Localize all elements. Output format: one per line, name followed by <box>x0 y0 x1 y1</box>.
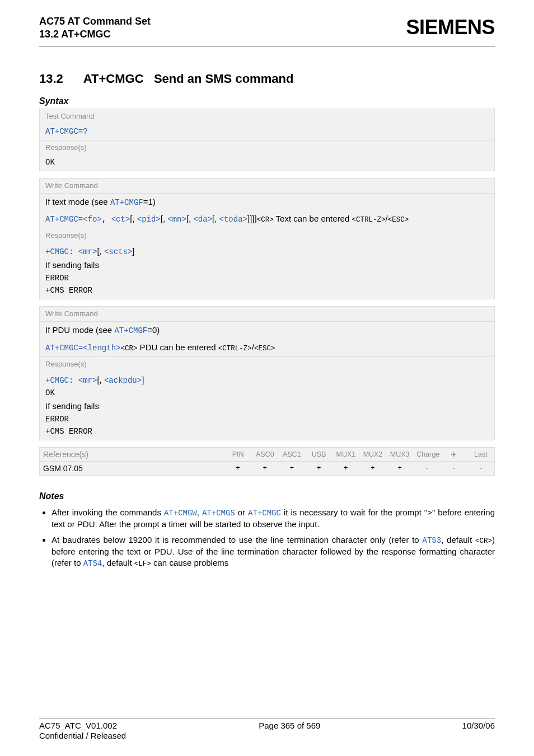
col-asc1: ASC1 <box>278 448 305 462</box>
box2-resp-prefix: +CMGC: <box>45 247 78 256</box>
link-atcmgc[interactable]: AT+CMGC <box>248 509 281 518</box>
n1-sep1: , <box>197 508 202 517</box>
ref-label: Reference(s) <box>40 448 224 462</box>
section-title-text: AT+CMGC Send an SMS command <box>83 72 294 86</box>
box1-response-label: Response(s) <box>40 140 494 155</box>
box3-fails: If sending fails <box>45 401 99 411</box>
brand-logo: SIEMENS <box>406 16 495 39</box>
link-atcmgs[interactable]: AT+CMGS <box>202 509 235 518</box>
cr-token-2: <CR> <box>120 345 137 353</box>
val-asc1: + <box>278 462 305 476</box>
n2-mid1: , default <box>441 535 475 544</box>
link-atcmgf-2[interactable]: AT+CMGF <box>114 326 147 335</box>
footer-left: AC75_ATC_V01.002 <box>39 721 117 730</box>
notes-list: After invoking the commands AT+CMGW, AT+… <box>39 507 495 569</box>
n2-cr: <CR> <box>475 537 492 545</box>
param-mr[interactable]: <mr> <box>78 247 97 256</box>
note-2: At baudrates below 19200 it is recommend… <box>51 534 495 569</box>
param-ct[interactable]: <ct> <box>111 215 130 224</box>
section-number: 13.2 <box>39 72 63 86</box>
val-mux3: + <box>386 462 413 476</box>
box3-pducan: PDU can be entered <box>137 342 218 352</box>
notes-label: Notes <box>39 491 495 501</box>
page-footer: AC75_ATC_V01.002 Page 365 of 569 10/30/0… <box>39 718 495 740</box>
val-mux2: + <box>359 462 386 476</box>
link-ats4[interactable]: ATS4 <box>83 559 102 568</box>
ref-value: GSM 07.05 <box>40 462 224 476</box>
col-usb: USB <box>306 448 332 462</box>
doc-title: AC75 AT Command Set <box>39 16 151 27</box>
header-divider <box>39 46 495 47</box>
ref-value-row: GSM 07.05 + + + + + + + - - - <box>40 462 494 476</box>
footer-right: 10/30/06 <box>462 721 495 730</box>
col-mux3: MUX3 <box>386 448 413 462</box>
footer-center: Page 365 of 569 <box>117 721 462 730</box>
param-mr-2[interactable]: <mr> <box>78 376 97 385</box>
box3-subhead: Write Command <box>40 307 494 322</box>
val-usb: + <box>306 462 332 476</box>
param-fo[interactable]: <fo> <box>83 215 102 224</box>
box2-response-label: Response(s) <box>40 228 494 243</box>
box3-if-prefix: If PDU mode (see <box>45 325 114 335</box>
box2-if-suffix: =1) <box>143 197 156 206</box>
cr-token: <CR> <box>257 216 274 224</box>
ctrlz-token: <CTRL-Z> <box>352 216 385 224</box>
page: AC75 AT Command Set 13.2 AT+CMGC SIEMENS… <box>0 0 534 756</box>
box2-if-line: If text mode (see AT+CMGF=1) <box>40 194 494 211</box>
box1-ok: OK <box>40 155 494 171</box>
param-toda[interactable]: <toda> <box>219 215 247 224</box>
param-pid[interactable]: <pid> <box>137 215 161 224</box>
col-mux1: MUX1 <box>332 448 359 462</box>
write-command-text-box: Write Command If text mode (see AT+CMGF=… <box>39 178 495 299</box>
link-atcmgw[interactable]: AT+CMGW <box>164 509 197 518</box>
esc-token-2: <ESC> <box>254 345 275 353</box>
link-ats3[interactable]: ATS3 <box>423 536 442 545</box>
footer-sub: Confidential / Released <box>39 731 495 740</box>
param-mn[interactable]: <mn> <box>167 215 186 224</box>
param-length[interactable]: <length> <box>83 344 120 353</box>
box3-if-suffix: =0) <box>147 325 160 335</box>
box2-fails: If sending fails <box>45 260 99 270</box>
param-scts[interactable]: <scts> <box>104 247 132 256</box>
val-pin: + <box>224 462 251 476</box>
page-header: AC75 AT Command Set 13.2 AT+CMGC SIEMENS <box>39 16 495 40</box>
n2-pre: At baudrates below 19200 it is recommend… <box>51 535 423 544</box>
box2-textcan: Text can be entered <box>274 214 352 223</box>
param-ackpdu[interactable]: <ackpdu> <box>104 376 142 385</box>
section-heading: 13.2 AT+CMGC Send an SMS command <box>39 72 495 86</box>
box2-error: ERROR <box>45 274 69 283</box>
esc-token: <ESC> <box>388 216 409 224</box>
box2-subhead: Write Command <box>40 179 494 194</box>
col-pin: PIN <box>224 448 251 462</box>
section-cmd: AT+CMGC <box>83 72 144 86</box>
n2-mid3: , default <box>102 558 134 567</box>
box3-ok: OK <box>45 388 55 397</box>
val-last: - <box>467 462 494 476</box>
doc-subtitle: 13.2 AT+CMGC <box>39 29 151 40</box>
footer-row: AC75_ATC_V01.002 Page 365 of 569 10/30/0… <box>39 721 495 730</box>
link-atcmgf[interactable]: AT+CMGF <box>110 198 143 207</box>
param-da[interactable]: <da> <box>193 215 212 224</box>
n1-pre: After invoking the commands <box>51 508 164 517</box>
col-charge: Charge <box>413 448 440 462</box>
col-airplane-icon: ✈ <box>441 448 467 462</box>
box2-cmd-line: AT+CMGC=<fo>, <ct>[, <pid>[, <mn>[, <da>… <box>40 210 494 228</box>
col-mux2: MUX2 <box>359 448 386 462</box>
box2-response-body: +CMGC: <mr>[, <scts>] If sending fails E… <box>40 243 494 299</box>
reference-box: Reference(s) PIN ASC0 ASC1 USB MUX1 MUX2… <box>39 447 495 476</box>
footer-divider <box>39 718 495 719</box>
box3-resp-prefix: +CMGC: <box>45 376 78 385</box>
n1-sep2: or <box>235 508 248 517</box>
box1-cmd: AT+CMGC=? <box>40 124 494 140</box>
val-mux1: + <box>332 462 359 476</box>
syntax-label: Syntax <box>39 96 495 106</box>
box3-if-line: If PDU mode (see AT+CMGF=0) <box>40 322 494 339</box>
section-desc: Send an SMS command <box>154 72 293 86</box>
box3-error: ERROR <box>45 415 69 424</box>
val-airplane: - <box>441 462 467 476</box>
note-1: After invoking the commands AT+CMGW, AT+… <box>51 507 495 530</box>
ctrlz-token-2: <CTRL-Z> <box>218 345 252 353</box>
val-charge: - <box>413 462 440 476</box>
col-last: Last <box>467 448 494 462</box>
test-command-box: Test Command AT+CMGC=? Response(s) OK <box>39 109 495 171</box>
